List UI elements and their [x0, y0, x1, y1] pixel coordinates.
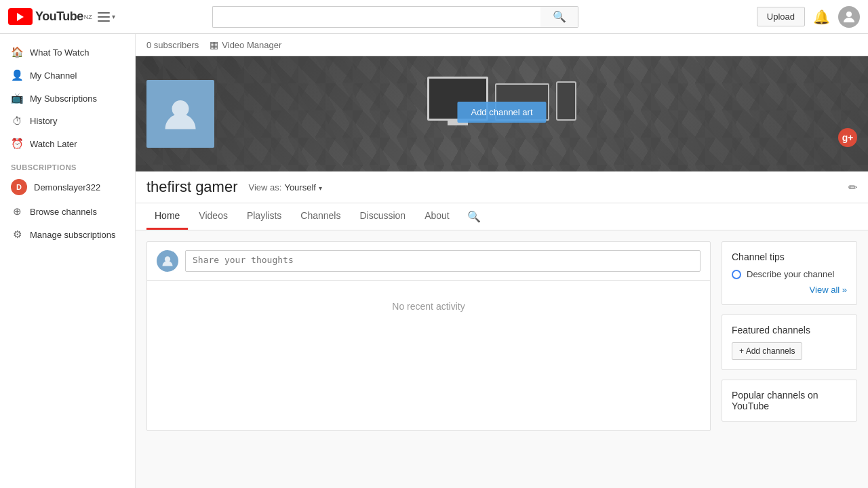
channel-info-bar: thefirst gamer View as: Yourself ▾ ✏	[136, 171, 868, 203]
view-as-arrow-icon: ▾	[319, 184, 322, 192]
sidebar-label-my-channel: My Channel	[30, 70, 77, 81]
topbar: YouTubeNZ ▾ 🔍 Upload 🔔	[0, 0, 868, 34]
subscriptions-section-title: SUBSCRIPTIONS	[0, 155, 135, 174]
channel-edit-button[interactable]: ✏	[848, 181, 857, 194]
hamburger-icon[interactable]	[98, 12, 110, 22]
sidebar-label-watch-later: Watch Later	[30, 139, 77, 149]
history-icon: ⏱	[11, 115, 23, 127]
main-layout: 🏠 What To Watch 👤 My Channel 📺 My Subscr…	[0, 34, 868, 469]
tab-videos[interactable]: Videos	[191, 203, 236, 230]
thoughts-avatar-icon	[161, 254, 174, 268]
sidebar-item-my-subscriptions[interactable]: 📺 My Subscriptions	[0, 87, 135, 110]
content-body: No recent activity Channel tips Describe…	[136, 230, 868, 442]
view-as-selector[interactable]: Yourself ▾	[284, 182, 321, 192]
add-channels-button[interactable]: + Add channels	[732, 342, 802, 360]
tip-text: Describe your channel	[747, 269, 834, 279]
google-plus-icon[interactable]: g+	[838, 128, 857, 147]
thoughts-bar	[147, 242, 710, 281]
main-feed: No recent activity	[146, 241, 711, 431]
sidebar-item-my-channel[interactable]: 👤 My Channel	[0, 64, 135, 87]
tip-radio-icon	[732, 270, 741, 279]
sidebar-item-demonslayer322[interactable]: D Demonslayer322	[0, 174, 135, 200]
view-as-area: View as: Yourself ▾	[249, 182, 322, 192]
channel-avatar	[146, 80, 214, 148]
sidebar-item-manage-subscriptions[interactable]: ⚙ Manage subscriptions	[0, 223, 135, 246]
thoughts-avatar	[157, 250, 178, 272]
video-manager-label: Video Manager	[222, 40, 281, 50]
channel-tip-item: Describe your channel	[732, 269, 847, 279]
notification-bell-icon[interactable]: 🔔	[813, 9, 830, 25]
phone-icon	[556, 81, 576, 121]
tab-discussion[interactable]: Discussion	[351, 203, 414, 230]
youtube-logo[interactable]: YouTubeNZ	[8, 8, 92, 25]
youtube-logo-text: YouTube	[35, 9, 83, 24]
sidebar-label-what-to-watch: What To Watch	[30, 47, 89, 58]
no-activity-text: No recent activity	[147, 281, 710, 332]
channel-tips-title: Channel tips	[732, 251, 847, 262]
demonslayer322-avatar: D	[11, 179, 27, 195]
channel-name: thefirst gamer	[146, 178, 238, 196]
user-avatar-icon	[841, 9, 857, 25]
watch-later-icon: ⏰	[11, 138, 23, 150]
subscribers-count: 0 subscribers	[146, 40, 199, 50]
right-sidebar: Channel tips Describe your channel View …	[722, 241, 857, 431]
channel-art: Add channel art g+	[136, 56, 868, 171]
tab-search-icon[interactable]: 🔍	[460, 205, 488, 228]
sidebar-label-demonslayer322: Demonslayer322	[34, 182, 100, 192]
channel-icon: 👤	[11, 69, 23, 81]
sidebar-label-manage-subscriptions: Manage subscriptions	[30, 230, 115, 240]
youtube-logo-nz: NZ	[84, 14, 92, 20]
view-all-link[interactable]: View all	[732, 285, 847, 295]
view-as-value: Yourself	[284, 182, 316, 192]
channel-avatar-icon	[160, 94, 201, 134]
add-channel-art-button[interactable]: Add channel art	[457, 102, 546, 123]
channel-top-bar: 0 subscribers ▦ Video Manager	[136, 34, 868, 56]
topbar-right: Upload 🔔	[757, 6, 860, 28]
video-manager-link[interactable]: ▦ Video Manager	[210, 39, 281, 50]
content-area: 0 subscribers ▦ Video Manager	[136, 34, 868, 469]
menu-icon-area[interactable]: ▾	[98, 12, 115, 22]
tab-about[interactable]: About	[416, 203, 458, 230]
sidebar-item-history[interactable]: ⏱ History	[0, 110, 135, 132]
channel-tabs: Home Videos Playlists Channels Discussio…	[136, 203, 868, 230]
youtube-logo-icon	[8, 8, 33, 25]
menu-dropdown-arrow: ▾	[112, 13, 115, 20]
sidebar-label-browse-channels: Browse channels	[30, 207, 97, 217]
tab-channels[interactable]: Channels	[292, 203, 349, 230]
manage-subs-icon: ⚙	[11, 228, 23, 241]
subscriptions-icon: 📺	[11, 92, 23, 104]
upload-button[interactable]: Upload	[757, 7, 805, 26]
popular-channels-title: Popular channels on YouTube	[732, 390, 847, 411]
popular-channels-card: Popular channels on YouTube	[722, 380, 857, 422]
sidebar: 🏠 What To Watch 👤 My Channel 📺 My Subscr…	[0, 34, 136, 469]
search-icon: 🔍	[553, 10, 566, 23]
home-icon: 🏠	[11, 46, 23, 58]
tab-home[interactable]: Home	[146, 203, 188, 230]
search-button[interactable]: 🔍	[540, 6, 578, 28]
logo-area: YouTubeNZ ▾	[8, 8, 115, 25]
sidebar-item-watch-later[interactable]: ⏰ Watch Later	[0, 132, 135, 155]
video-manager-icon: ▦	[210, 39, 218, 50]
tab-playlists[interactable]: Playlists	[239, 203, 290, 230]
channel-header: 0 subscribers ▦ Video Manager	[136, 34, 868, 230]
featured-channels-card: Featured channels + Add channels	[722, 314, 857, 370]
sidebar-item-browse-channels[interactable]: ⊕ Browse channels	[0, 200, 135, 223]
browse-channels-icon: ⊕	[11, 205, 23, 218]
view-as-label: View as:	[249, 182, 282, 192]
sidebar-label-my-subscriptions: My Subscriptions	[30, 94, 97, 104]
search-input[interactable]	[212, 6, 540, 28]
featured-channels-title: Featured channels	[732, 325, 847, 336]
channel-tips-card: Channel tips Describe your channel View …	[722, 241, 857, 305]
sidebar-item-what-to-watch[interactable]: 🏠 What To Watch	[0, 41, 135, 64]
svg-point-0	[846, 12, 852, 17]
user-avatar[interactable]	[838, 6, 860, 28]
search-area: 🔍	[212, 6, 578, 28]
thoughts-input[interactable]	[185, 250, 701, 272]
sidebar-label-history: History	[30, 116, 57, 126]
